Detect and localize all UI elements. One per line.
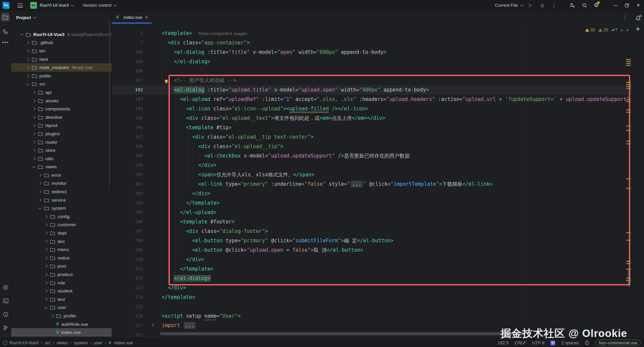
- code-line-195[interactable]: 195 <div class="el-upload__text">将文件拖到此处…: [112, 113, 632, 123]
- stripe-warning-mark[interactable]: [626, 99, 631, 100]
- code-line-197[interactable]: 197 <div class="el-upload__tip text-cent…: [112, 132, 632, 142]
- chevron-right-icon[interactable]: [44, 281, 48, 284]
- chevron-right-icon[interactable]: [32, 157, 36, 160]
- stripe-warning-mark[interactable]: [626, 141, 631, 142]
- code-line-210[interactable]: 210 </div>: [112, 255, 632, 264]
- stripe-warning-mark[interactable]: [626, 65, 631, 66]
- tree-item-plugins[interactable]: plugins: [11, 130, 112, 138]
- breadcrumb-src[interactable]: src: [45, 340, 50, 345]
- tree-item--github[interactable]: .github: [11, 39, 112, 47]
- run-button[interactable]: [528, 3, 533, 8]
- tree-item-authrole-vue[interactable]: VauthRole.vue: [11, 320, 112, 328]
- stripe-warning-mark[interactable]: [626, 59, 631, 60]
- tree-item-config[interactable]: config: [11, 212, 112, 221]
- search-everywhere-icon[interactable]: [582, 3, 587, 8]
- stripe-warning-mark[interactable]: [626, 86, 631, 87]
- stripe-warning-mark[interactable]: [626, 263, 631, 264]
- project-tool-icon[interactable]: [1, 13, 10, 22]
- tree-item-redirect[interactable]: redirect: [11, 187, 112, 196]
- caret-position[interactable]: 192:5: [498, 340, 509, 345]
- project-scrollbar[interactable]: [109, 21, 110, 186]
- chevron-right-icon[interactable]: [32, 91, 36, 94]
- tree-item-assets[interactable]: assets: [11, 97, 112, 105]
- next-problem-icon[interactable]: ∨: [626, 28, 629, 32]
- code-line-193[interactable]: 193 <el-upload ref="uploadRef" :limit="1…: [112, 95, 632, 104]
- tree-item-node-modules[interactable]: node_moduleslibrary root: [11, 63, 112, 72]
- chevron-right-icon[interactable]: [26, 41, 30, 44]
- code-line-191[interactable]: 191 <!-- 用户导入对话框 -->: [112, 76, 632, 85]
- tree-item-notice[interactable]: notice: [11, 254, 112, 262]
- code-line-212[interactable]: 212 </el-dialog>: [112, 274, 632, 283]
- terminal-tool-icon[interactable]: [1, 297, 10, 305]
- code-line-214[interactable]: 214</template>: [112, 292, 632, 302]
- lock-icon[interactable]: [585, 340, 589, 346]
- fold-chevron-icon[interactable]: [151, 323, 154, 327]
- tree-item-layout[interactable]: layout: [11, 122, 112, 130]
- vue-service-icon[interactable]: V: [551, 341, 555, 345]
- minimize-button[interactable]: —: [610, 0, 621, 11]
- chevron-right-icon[interactable]: [32, 107, 36, 111]
- code-line-192[interactable]: 192 <el-dialog :title="upload.title" v-m…: [112, 85, 632, 95]
- tree-item-store[interactable]: store: [11, 146, 112, 154]
- stripe-warning-mark[interactable]: [626, 112, 631, 113]
- code-line-201[interactable]: 201 <span>仅允许导入xls、xlsx格式文件。</span>: [112, 170, 632, 179]
- chevron-right-icon[interactable]: [44, 240, 48, 243]
- stripe-warning-mark[interactable]: [626, 232, 631, 233]
- chevron-right-icon[interactable]: [44, 256, 48, 259]
- stripe-warning-mark[interactable]: [626, 109, 631, 110]
- tree-item-components[interactable]: components: [11, 105, 112, 113]
- tree-item-html[interactable]: html: [11, 55, 112, 64]
- inlay-hint[interactable]: Show component usages: [198, 31, 247, 36]
- project-avatar[interactable]: RY: [30, 2, 37, 9]
- code-line-190[interactable]: 190: [112, 66, 632, 76]
- tree-item-monitor[interactable]: monitor: [11, 179, 112, 188]
- code-line-189[interactable]: 189 </el-dialog>: [112, 57, 632, 66]
- chevron-down-icon[interactable]: [32, 165, 36, 168]
- ai-assistant-icon[interactable]: [635, 26, 641, 32]
- tree-item-utils[interactable]: utils: [11, 154, 112, 163]
- breadcrumb-user[interactable]: user: [94, 340, 102, 345]
- tab-index-vue[interactable]: V index.vue ✕: [112, 11, 152, 24]
- breadcrumb-ruoyi-ui-vue3[interactable]: RuoYi-UI-Vue3: [9, 340, 38, 345]
- more-actions-icon[interactable]: ⋮: [552, 2, 557, 8]
- chevron-right-icon[interactable]: [38, 182, 42, 185]
- tree-item-ruoyi-ui-vue3[interactable]: RuoYi-UI-Vue3E:\studyProjects\RuoYi-UI-V…: [11, 30, 112, 39]
- breadcrumb-index-vue[interactable]: index.vue: [114, 340, 133, 345]
- chevron-right-icon[interactable]: [26, 49, 30, 53]
- stripe-warning-mark[interactable]: [626, 126, 631, 127]
- chevron-right-icon[interactable]: [26, 58, 30, 61]
- problems-tool-icon[interactable]: [1, 310, 10, 319]
- code-line-2[interactable]: 2 <div class="app-container">: [112, 38, 632, 47]
- code-line-213[interactable]: 213 </div>: [112, 283, 632, 292]
- chevron-right-icon[interactable]: [32, 140, 36, 144]
- chevron-right-icon[interactable]: [38, 190, 42, 194]
- code-line-216[interactable]: 216<script setup name="User">: [112, 311, 632, 321]
- code-with-me-icon[interactable]: [569, 3, 575, 8]
- breadcrumb-system[interactable]: system: [74, 340, 87, 345]
- chevron-right-icon[interactable]: [38, 173, 42, 177]
- chevron-right-icon[interactable]: [32, 124, 36, 127]
- line-separator[interactable]: CRLF: [515, 340, 526, 345]
- tree-item-system[interactable]: system: [11, 204, 112, 212]
- code-line-198[interactable]: 198 <div class="el-upload__tip">: [112, 142, 632, 151]
- file-encoding[interactable]: UTF-8: [532, 340, 544, 345]
- chevron-right-icon[interactable]: [26, 74, 30, 77]
- tree-item-dict[interactable]: dict: [11, 237, 112, 246]
- code-line-205[interactable]: 205 </el-upload>: [112, 208, 632, 217]
- code-line-194[interactable]: 194 <el-icon class="el-icon--upload"><up…: [112, 104, 632, 113]
- code-line-105[interactable]: 105 <el-dialog :title="title" v-model="o…: [112, 47, 632, 57]
- settings-gear-icon[interactable]: ⚙: [594, 2, 599, 9]
- notifications-bell-icon[interactable]: [635, 15, 641, 21]
- code-line-196[interactable]: 196 <template #tip>: [112, 123, 632, 132]
- chevron-right-icon[interactable]: [44, 298, 48, 301]
- breadcrumb-views[interactable]: views: [57, 340, 68, 345]
- code-line-215[interactable]: 215: [112, 302, 632, 311]
- code-line-203[interactable]: 203 </div>: [112, 189, 632, 198]
- stripe-warning-mark[interactable]: [626, 278, 631, 279]
- stripe-warning-mark[interactable]: [626, 88, 631, 89]
- tree-item-api[interactable]: api: [11, 88, 112, 97]
- stripe-warning-mark[interactable]: [626, 143, 631, 144]
- chevron-right-icon[interactable]: [44, 215, 48, 218]
- code-line-211[interactable]: 211 </template>: [112, 264, 632, 274]
- tree-item-user[interactable]: user: [11, 304, 112, 312]
